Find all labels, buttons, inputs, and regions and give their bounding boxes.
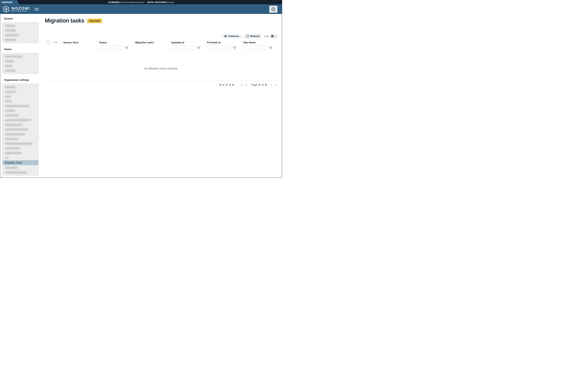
site-name-filter-input[interactable] bbox=[243, 46, 267, 50]
main-content: Migration tasks Org-wide Columns Refresh… bbox=[41, 14, 282, 177]
menu-hamburger-icon[interactable] bbox=[34, 7, 39, 11]
status-filter-input[interactable] bbox=[99, 46, 123, 50]
filter-icon[interactable] bbox=[125, 46, 128, 49]
finished-at-filter-input[interactable] bbox=[207, 46, 231, 50]
sidebar-item-blurred[interactable] bbox=[2, 137, 38, 141]
settings-button[interactable] bbox=[269, 6, 277, 13]
filter-icon[interactable] bbox=[233, 46, 236, 49]
page-next-button[interactable] bbox=[270, 84, 273, 86]
sidebar-item-blurred[interactable] bbox=[2, 165, 38, 170]
col-migration-tasks[interactable]: Migration tasks bbox=[134, 40, 169, 44]
col-updated-at-label: Updated at bbox=[171, 41, 204, 44]
page-last-button[interactable] bbox=[275, 84, 278, 86]
filter-icon[interactable] bbox=[270, 46, 272, 49]
sidebar-item-blurred[interactable] bbox=[2, 68, 38, 73]
sidebar-item-blurred[interactable] bbox=[2, 170, 38, 175]
svg-marker-11 bbox=[270, 47, 272, 49]
svg-marker-9 bbox=[198, 47, 200, 49]
sidebar-item-blurred[interactable] bbox=[2, 28, 38, 33]
chevron-right-icon bbox=[270, 84, 273, 86]
logo[interactable]: NOZOMI NETWORKS bbox=[2, 6, 30, 13]
logo-line1: NOZOMI bbox=[12, 7, 30, 10]
pagination-page: Page 0 of 0 bbox=[251, 83, 267, 86]
svg-rect-5 bbox=[224, 35, 225, 37]
row-actions-menu[interactable] bbox=[53, 42, 60, 43]
topbar-center: LICENSEE Nozomi Networks Acme DATA LOCAT… bbox=[108, 1, 174, 3]
filter-icon[interactable] bbox=[197, 46, 200, 49]
pagination: 0 to 0 of 0 Page 0 of bbox=[45, 81, 278, 86]
chevron-left-icon bbox=[245, 84, 248, 86]
col-status[interactable]: Status bbox=[97, 40, 134, 50]
toggle-knob bbox=[271, 35, 274, 38]
sidebar-item-blurred[interactable] bbox=[2, 37, 38, 42]
sidebar-item-blurred[interactable] bbox=[2, 113, 38, 118]
sidebar-item-blurred[interactable] bbox=[2, 132, 38, 137]
data-location-value: Europe bbox=[167, 1, 174, 3]
logo-icon bbox=[2, 6, 10, 13]
svg-rect-6 bbox=[225, 35, 226, 37]
sidebar-item-blurred[interactable] bbox=[2, 122, 38, 127]
sidebar-item-blurred[interactable] bbox=[2, 151, 38, 155]
svg-point-4 bbox=[273, 9, 274, 10]
page-first-button[interactable] bbox=[241, 84, 243, 86]
col-updated-at[interactable]: Updated at bbox=[169, 40, 205, 50]
sidebar-item-blurred[interactable] bbox=[2, 59, 38, 64]
col-finished-at-label: Finished at bbox=[207, 41, 240, 44]
sidebar-item-migration-tasks[interactable]: Migration Tasks bbox=[3, 160, 38, 165]
topbar: VANTAGE LICENSEE Nozomi Networks Acme DA… bbox=[0, 0, 282, 4]
columns-button[interactable]: Columns bbox=[222, 34, 242, 39]
sidebar-item-blurred[interactable] bbox=[2, 104, 38, 108]
sidebar-item-blurred[interactable] bbox=[2, 23, 38, 28]
col-sensor-host-label: Sensor Host bbox=[63, 41, 96, 44]
logo-text: NOZOMI NETWORKS bbox=[12, 7, 30, 12]
sidebar-item-blurred[interactable] bbox=[2, 127, 38, 132]
sidebar-item-blurred[interactable] bbox=[2, 54, 38, 59]
pagination-range: 0 to 0 of 0 bbox=[220, 83, 234, 86]
select-all-checkbox[interactable] bbox=[46, 41, 50, 44]
topbar-vantage-tab[interactable]: VANTAGE bbox=[0, 0, 19, 4]
chevron-last-icon bbox=[275, 84, 278, 86]
col-finished-at[interactable]: Finished at bbox=[205, 40, 242, 50]
live-label: Live bbox=[264, 35, 269, 38]
sidebar-item-blurred[interactable] bbox=[2, 118, 38, 122]
sidebar-item-blurred[interactable] bbox=[2, 99, 38, 104]
refresh-label: Refresh bbox=[250, 35, 260, 38]
sidebar-group-teams bbox=[2, 53, 39, 74]
columns-icon bbox=[224, 35, 227, 38]
gear-icon bbox=[271, 7, 275, 11]
sidebar-section-org: Organization settings bbox=[1, 77, 40, 84]
chevron-first-icon bbox=[241, 84, 243, 86]
sidebar-item-blurred[interactable] bbox=[2, 141, 38, 146]
data-location-label: DATA LOCATION bbox=[147, 1, 166, 3]
sidebar-item-blurred[interactable] bbox=[2, 64, 38, 68]
sidebar-item-blurred[interactable] bbox=[2, 146, 38, 151]
sidebar-section-teams: Teams bbox=[1, 47, 40, 53]
sidebar-item-blurred[interactable] bbox=[2, 89, 38, 94]
sidebar-item-blurred[interactable] bbox=[2, 94, 38, 99]
sidebar-item-blurred[interactable] bbox=[2, 108, 38, 113]
live-toggle[interactable] bbox=[271, 34, 278, 38]
updated-at-filter-input[interactable] bbox=[171, 46, 195, 50]
sidebar-group-system bbox=[2, 22, 39, 44]
sidebar-item-blurred[interactable] bbox=[2, 85, 38, 89]
table-header: Sensor Host Status Migration tasks Updat… bbox=[45, 40, 278, 51]
col-status-label: Status bbox=[99, 41, 132, 44]
col-site-name-label: Site Name bbox=[243, 41, 273, 44]
row-actions-column bbox=[52, 40, 62, 43]
col-sensor-host[interactable]: Sensor Host bbox=[62, 40, 98, 44]
table-empty-state: No Migration tasks available. bbox=[45, 51, 278, 81]
sidebar-item-blurred[interactable] bbox=[2, 33, 38, 37]
col-site-name[interactable]: Site Name bbox=[242, 40, 274, 50]
col-end bbox=[274, 40, 278, 41]
select-all-column bbox=[45, 40, 52, 44]
refresh-button[interactable]: Refresh bbox=[244, 34, 262, 39]
scope-badge: Org-wide bbox=[87, 19, 102, 23]
licensee-label: LICENSEE bbox=[108, 1, 120, 3]
table-toolbar: Columns Refresh Live bbox=[45, 34, 278, 39]
columns-label: Columns bbox=[228, 35, 239, 38]
sidebar: System Teams Organization settings Migra… bbox=[0, 14, 41, 177]
logo-line2: NETWORKS bbox=[12, 10, 30, 12]
sidebar-item-blurred[interactable] bbox=[2, 155, 38, 160]
svg-rect-7 bbox=[226, 35, 227, 37]
page-prev-button[interactable] bbox=[245, 84, 248, 86]
